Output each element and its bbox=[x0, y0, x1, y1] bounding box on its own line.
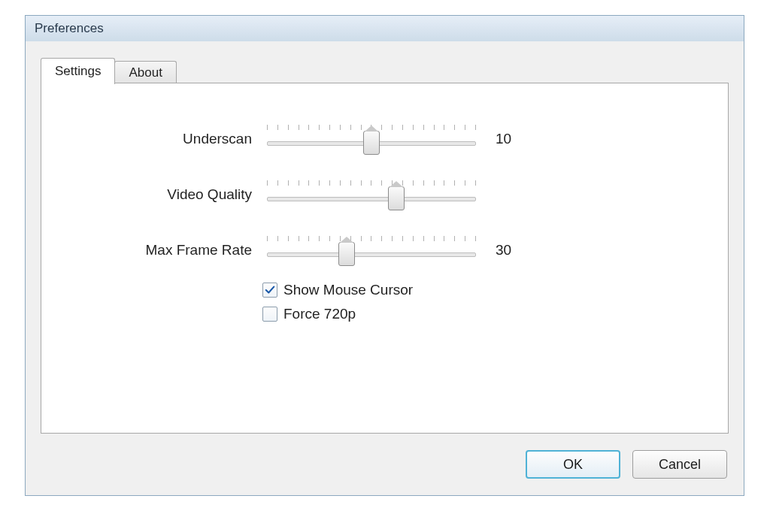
force-720p-label: Force 720p bbox=[283, 306, 356, 322]
cancel-button[interactable]: Cancel bbox=[632, 450, 727, 479]
row-underscan: Underscan 10 bbox=[94, 119, 541, 159]
cancel-button-label: Cancel bbox=[659, 457, 701, 473]
max-frame-rate-value: 30 bbox=[480, 242, 541, 258]
slider-ticks bbox=[267, 236, 476, 243]
show-mouse-cursor-row[interactable]: Show Mouse Cursor bbox=[262, 282, 541, 298]
video-quality-thumb[interactable] bbox=[388, 186, 405, 210]
dialog-title: Preferences bbox=[35, 21, 104, 36]
tab-settings[interactable]: Settings bbox=[41, 58, 115, 84]
underscan-thumb[interactable] bbox=[363, 131, 380, 155]
tab-page-settings: Underscan 10 Video Quality bbox=[41, 83, 729, 434]
underscan-slider[interactable] bbox=[262, 123, 480, 155]
tab-about-label: About bbox=[129, 65, 162, 80]
max-frame-rate-label: Max Frame Rate bbox=[94, 242, 262, 258]
max-frame-rate-thumb[interactable] bbox=[338, 242, 355, 266]
ok-button[interactable]: OK bbox=[526, 450, 620, 479]
slider-track bbox=[267, 252, 476, 257]
checkbox-group: Show Mouse Cursor Force 720p bbox=[262, 282, 541, 322]
video-quality-label: Video Quality bbox=[94, 186, 262, 203]
row-max-frame-rate: Max Frame Rate 30 bbox=[94, 231, 541, 270]
dialog-button-row: OK Cancel bbox=[526, 450, 727, 479]
show-mouse-cursor-label: Show Mouse Cursor bbox=[283, 282, 413, 298]
tab-settings-label: Settings bbox=[55, 64, 101, 79]
slider-ticks bbox=[267, 180, 476, 188]
slider-track bbox=[267, 197, 476, 201]
force-720p-row[interactable]: Force 720p bbox=[262, 306, 541, 322]
check-icon bbox=[265, 285, 275, 295]
underscan-value: 10 bbox=[480, 131, 541, 147]
video-quality-slider[interactable] bbox=[262, 179, 480, 210]
settings-form: Underscan 10 Video Quality bbox=[94, 119, 541, 330]
show-mouse-cursor-checkbox[interactable] bbox=[262, 283, 277, 298]
max-frame-rate-slider[interactable] bbox=[262, 234, 480, 266]
dialog-client: Settings About Underscan 10 Video bbox=[26, 41, 744, 495]
ok-button-label: OK bbox=[563, 457, 583, 473]
underscan-label: Underscan bbox=[94, 131, 262, 147]
tab-about[interactable]: About bbox=[114, 61, 176, 84]
tab-strip: Settings About bbox=[41, 58, 176, 84]
force-720p-checkbox[interactable] bbox=[262, 307, 277, 322]
preferences-dialog: Preferences Settings About Underscan bbox=[25, 15, 744, 496]
dialog-titlebar[interactable]: Preferences bbox=[26, 16, 744, 42]
row-video-quality: Video Quality bbox=[94, 175, 541, 214]
